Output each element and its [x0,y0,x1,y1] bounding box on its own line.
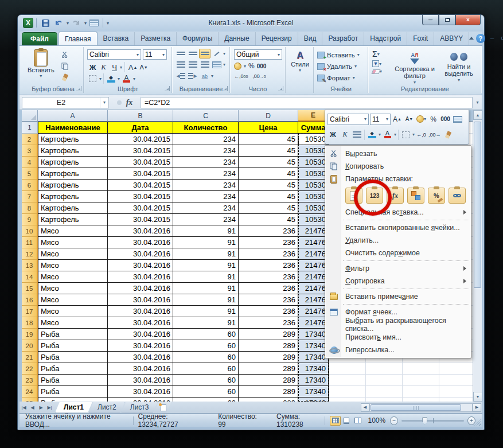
workbook-minimize-icon[interactable]: ─ [488,34,497,42]
cell[interactable]: Рыба [38,340,108,352]
mini-borders-dropdown-icon[interactable]: ▾ [412,132,415,137]
decrease-font-button[interactable]: A▼ [138,62,149,72]
cell[interactable]: 30.04.2015 [108,168,173,180]
ribbon-tab[interactable]: Foxit PDF [407,32,434,45]
paste-link-button[interactable] [449,188,466,204]
cell[interactable]: 91 [173,260,239,271]
cell[interactable]: 30.04.2016 [108,363,173,375]
borders-button[interactable] [87,73,98,84]
horizontal-scrollbar[interactable]: ◀ ▶ [361,403,481,412]
sort-filter-button[interactable]: АЯ Сортировка и фильтр▾ [393,52,436,86]
cell[interactable]: 236 [239,306,298,317]
zoom-out-button[interactable]: − [390,416,398,425]
clear-button[interactable]: ▾ [372,69,382,74]
cell[interactable]: 45 [239,145,298,157]
cell[interactable]: 45 [239,134,298,145]
row-header[interactable]: 12 [22,248,38,260]
mini-center-button[interactable] [352,129,362,141]
cell[interactable]: Рыба [38,386,108,398]
font-name-combo[interactable]: Calibri▾ [87,49,141,60]
wrap-text-button[interactable]: a̲b̲ [199,71,210,81]
formula-bar-grip[interactable] [117,100,122,105]
page-layout-view-button[interactable] [341,416,352,426]
row-header[interactable]: 2 [22,134,38,145]
ribbon-tab[interactable]: ABBYY PDF [434,32,469,45]
cell[interactable]: 91 [173,283,239,294]
paste-formatting-button[interactable]: % [428,188,445,204]
ribbon-tab[interactable]: Файл [22,32,57,45]
cell[interactable]: 234 [173,134,239,145]
workbook-restore-icon[interactable] [499,34,503,42]
copy-button[interactable] [59,61,71,71]
cell[interactable]: 30.04.2015 [108,157,173,168]
cell[interactable]: 30.04.2015 [108,214,173,225]
cell[interactable]: 45 [239,168,298,180]
restore-button[interactable] [439,15,455,25]
ribbon-tab[interactable]: Вставка [98,32,135,45]
row-header[interactable]: 18 [22,317,38,329]
mini-font-color-dropdown-icon[interactable]: ▾ [394,132,396,137]
accounting-dropdown-icon[interactable]: ▾ [244,64,246,69]
cell[interactable]: Картофель [38,202,108,214]
first-sheet-icon[interactable]: |◀ [20,403,28,412]
cell[interactable]: 236 [239,225,298,237]
menu-item-copy[interactable]: Копировать [326,160,470,173]
cell[interactable]: Мясо [38,317,108,329]
cell[interactable]: 234 [173,202,239,214]
row-header[interactable]: 20 [22,340,38,352]
mini-decrease-font-button[interactable]: A▼ [404,114,415,125]
cell[interactable]: Мясо [38,225,108,237]
cell[interactable]: 236 [239,271,298,283]
menu-item-cut[interactable]: Вырезать [326,147,470,160]
cell[interactable]: 30.04.2016 [108,306,173,317]
cell[interactable]: 30.04.2016 [108,271,173,283]
autosum-button[interactable]: Σ▾ [372,49,382,59]
cell[interactable]: 91 [173,306,239,317]
merge-dropdown-icon[interactable]: ▾ [223,62,225,67]
zoom-slider-handle[interactable] [422,417,427,424]
cell[interactable]: Картофель [38,134,108,145]
menu-item-delete[interactable]: Удалить... [326,234,470,247]
format-painter-button[interactable] [59,72,71,83]
cell[interactable]: 91 [173,294,239,306]
cell[interactable]: Рыба [38,363,108,375]
excel-logo-icon[interactable]: X [23,18,33,28]
styles-dropdown-icon[interactable]: ▾ [299,68,301,73]
minimize-button[interactable]: ─ [422,15,439,25]
column-header[interactable]: C [173,110,239,122]
font-dialog-launcher-icon[interactable] [165,86,170,91]
cell[interactable]: 60 [173,329,239,340]
mini-font-size-combo[interactable]: 11▾ [370,114,391,125]
align-center-button[interactable] [187,60,198,69]
cell[interactable]: 234 [173,168,239,180]
select-all-corner[interactable] [22,110,38,122]
cell[interactable]: 236 [239,294,298,306]
row-header[interactable]: 11 [22,237,38,248]
ribbon-tab[interactable]: Разметка [135,32,177,45]
align-left-button[interactable] [175,60,186,69]
fill-color-dropdown-icon[interactable]: ▾ [118,76,120,81]
undo-dropdown-icon[interactable]: ▾ [67,21,69,26]
cell[interactable]: Картофель [38,214,108,225]
font-size-combo[interactable]: 11▾ [143,49,167,60]
name-box-dropdown-icon[interactable]: ▾ [100,98,108,108]
wrap-dropdown-icon[interactable]: ▾ [211,73,213,79]
sheet-tab[interactable]: Лист2 [89,402,125,413]
cell[interactable]: Мясо [38,248,108,260]
font-color-dropdown-icon[interactable]: ▾ [133,76,135,81]
menu-item-clear-contents[interactable]: Очистить содержимое [326,247,470,259]
cell[interactable]: 30.04.2015 [108,202,173,214]
undo-icon[interactable] [53,17,64,29]
close-button[interactable]: × [455,15,481,25]
cell[interactable]: 234 [173,180,239,191]
row-header[interactable]: 9 [22,214,38,225]
accounting-format-icon[interactable] [234,63,241,70]
cell[interactable]: Картофель [38,145,108,157]
zoom-in-button[interactable]: + [467,416,475,425]
cell[interactable]: 60 [173,352,239,363]
orientation-dropdown-icon[interactable]: ▾ [223,51,225,56]
format-cells-button[interactable]: ✎ Формат▾ [314,72,368,83]
cell[interactable]: 91 [173,271,239,283]
name-box[interactable]: E2 ▾ [22,97,109,108]
bold-button[interactable]: Ж [87,62,98,72]
